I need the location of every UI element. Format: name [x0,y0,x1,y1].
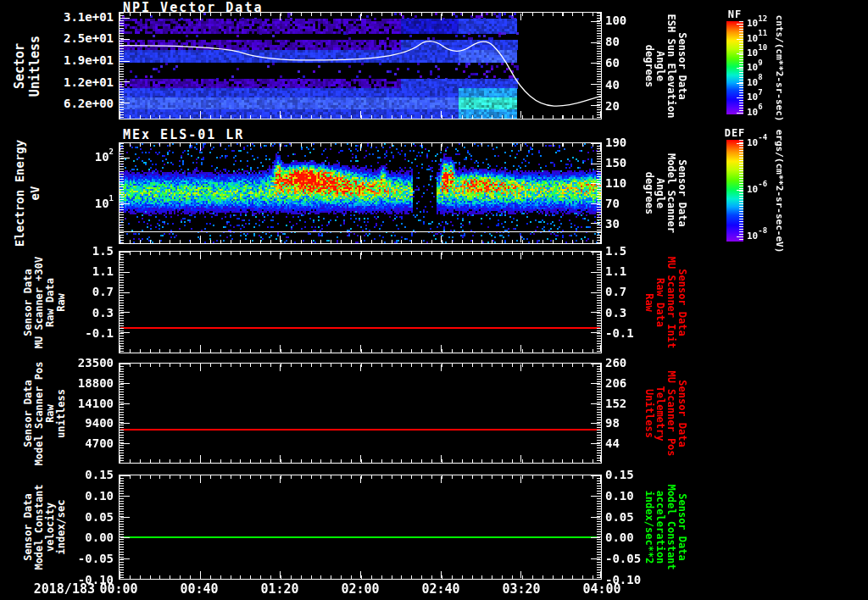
major-tick [591,292,600,293]
tick-label: 1.5 [92,244,114,258]
colorbar-nf-units: cnts/(cm**2-sr-sec) [772,13,787,123]
major-tick [200,455,201,462]
plot-screen: NPI Vector Data Sector Unitless 3.1e+012… [0,0,868,600]
major-tick [737,24,743,25]
tick-label: 0.15 [85,468,114,481]
major-tick [200,571,201,578]
axis-ticks [597,475,601,579]
exponent: 10 [758,43,767,52]
colorbar-tick-label: 10-6 [747,185,767,195]
major-tick [120,144,120,151]
tick-label: 1.2e+01 [64,75,114,89]
panel-velocity-left-ticks: 0.150.100.050.00-0.05-0.10 [49,475,115,580]
major-tick [120,455,120,462]
panel-scanpos-left-ticks: 23500188001410094004700 [49,363,115,464]
x-axis-tick-labels: 00:0000:4001:2002:0002:4003:2004:00 [0,581,868,598]
tick-label: 0.3 [92,306,114,319]
exponent: 7 [758,88,762,97]
panel-npi-plot [119,12,602,119]
major-tick [120,103,130,103]
major-tick [360,144,361,151]
major-tick [600,14,601,20]
panel-scanpos-right-label: Sensor Data MU Scanner Pos Telemetry Uni… [637,363,693,464]
major-tick [591,312,600,313]
exponent: 8 [758,73,762,81]
major-tick [520,111,521,118]
major-tick [441,345,442,352]
tick-label: 0.10 [605,489,634,503]
major-tick [520,476,521,483]
major-tick [591,223,600,224]
major-tick [280,455,281,462]
major-tick [280,476,281,483]
major-tick [360,253,361,259]
x-tick-label: 04:00 [564,581,640,597]
major-tick [441,144,442,151]
exponent: 12 [758,14,767,23]
major-tick [591,252,600,253]
major-tick [591,42,600,43]
axis-ticks [597,364,601,463]
exponent: 11 [758,29,767,37]
mu30v-data-line [120,327,600,329]
major-tick [520,571,521,578]
major-tick [441,364,442,371]
major-tick [737,83,743,84]
major-tick [600,144,601,151]
colorbar-tick-label: 10-4 [747,138,767,148]
major-tick [120,252,130,253]
major-tick [520,364,521,371]
panel-els-ylabel: Electron Energy eV [3,142,51,244]
major-tick [441,253,442,259]
tick-label: 0.3 [605,306,626,319]
tick-label: 0.10 [85,489,114,503]
major-tick [120,496,130,497]
tick-label: 100 [605,14,626,27]
major-tick [591,105,600,106]
major-tick [591,21,600,22]
major-tick [520,345,521,352]
major-tick [200,236,201,242]
tick-label: 3.1e+01 [64,10,114,24]
major-tick [120,312,130,313]
x-tick-label: 00:00 [81,581,157,597]
tick-label: 1.1 [605,264,626,278]
major-tick [120,475,130,476]
exponent: 1 [109,194,114,203]
tick-label: 44 [605,436,620,450]
major-tick [591,272,600,273]
major-tick [737,143,743,144]
major-tick [737,39,743,40]
tick-label: 70 [605,197,620,210]
major-tick [200,111,201,118]
tick-label: 40 [605,78,620,92]
major-tick [360,364,361,371]
major-tick [120,517,130,518]
colorbar-def-title: DEF [724,127,746,139]
major-tick [441,455,442,462]
major-tick [591,423,600,424]
tick-label: 0.7 [92,285,114,298]
major-tick [120,272,130,273]
tick-label: 4700 [85,436,114,450]
tick-label: 0.00 [605,531,634,544]
major-tick [120,364,130,364]
tick-label: 60 [605,56,620,69]
exponent: 6 [758,103,762,111]
major-tick [600,455,601,462]
tick-label: 0.05 [85,510,114,524]
panel-mu30v: Sensor Data MU Scanner +30V Raw Data Raw… [0,251,868,353]
major-tick [360,455,361,462]
major-tick [600,253,601,259]
major-tick [120,537,130,538]
major-tick [280,253,281,259]
major-tick [280,571,281,578]
major-tick [441,111,442,118]
exponent: -4 [758,133,767,142]
major-tick [200,364,201,371]
major-tick [591,63,600,64]
major-tick [591,537,600,538]
major-tick [200,253,201,259]
tick-label: 101 [95,197,114,210]
major-tick [591,84,600,85]
